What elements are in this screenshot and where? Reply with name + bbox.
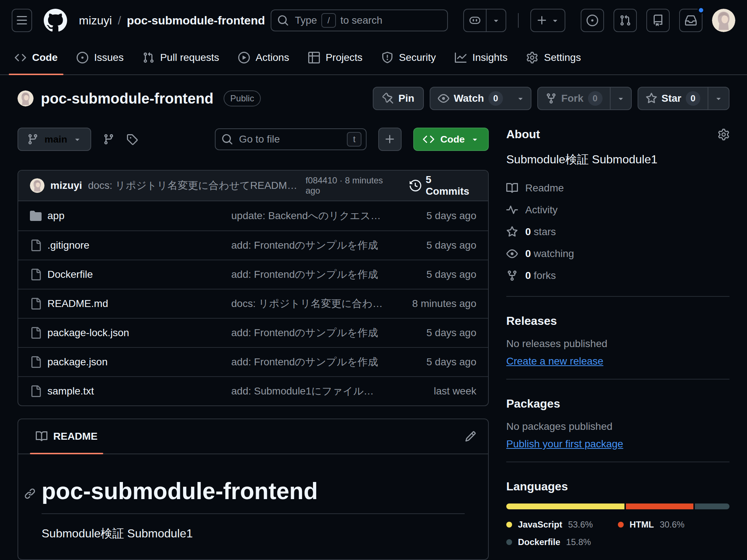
forks-link[interactable]: 0 forks xyxy=(506,267,729,284)
file-row[interactable]: README.md docs: リポジトリ名変更に合わせて… 8 minutes… xyxy=(18,289,488,318)
breadcrumb-user-link[interactable]: mizuyi xyxy=(79,14,112,27)
create-release-link[interactable]: Create a new release xyxy=(506,355,603,367)
anchor-link-icon[interactable] xyxy=(24,488,36,499)
commit-history-link[interactable]: 5 Commits xyxy=(410,174,476,197)
readme-body: poc-submodule-frontend Submodule検証 Submo… xyxy=(18,454,488,559)
language-bar-segment-javascript xyxy=(506,503,624,509)
file-name-link[interactable]: package-lock.json xyxy=(47,327,225,339)
file-row[interactable]: sample.txt add: Submodule1にファイルを追加 last … xyxy=(18,376,488,405)
pencil-icon xyxy=(465,431,476,442)
star-button[interactable]: Star 0 xyxy=(638,88,708,109)
copilot-menu-caret[interactable] xyxy=(486,9,506,31)
file-name-link[interactable]: README.md xyxy=(47,298,225,310)
tags-link[interactable] xyxy=(126,133,138,145)
branches-link[interactable] xyxy=(103,133,115,145)
file-commit-message-link[interactable]: add: Submodule1にファイルを追加 xyxy=(231,384,383,398)
header-divider xyxy=(518,13,519,28)
git-pull-request-icon xyxy=(143,52,154,63)
file-row[interactable]: package.json add: Frontendのサンプルを作成 5 day… xyxy=(18,347,488,376)
file-row[interactable]: Dockerfile add: Frontendのサンプルを作成 5 days … xyxy=(18,260,488,289)
create-new-button[interactable] xyxy=(530,9,565,32)
hamburger-menu-button[interactable] xyxy=(12,9,32,32)
file-commit-date: 5 days ago xyxy=(389,240,476,251)
file-commit-message-link[interactable]: add: Frontendのサンプルを作成 xyxy=(231,238,383,252)
file-commit-message-link[interactable]: docs: リポジトリ名変更に合わせて… xyxy=(231,297,383,311)
pin-icon xyxy=(382,93,394,104)
edit-repo-details-button[interactable] xyxy=(718,129,729,140)
tab-actions[interactable]: Actions xyxy=(232,41,295,74)
slash-key-hint: / xyxy=(321,13,336,28)
go-to-file-input[interactable]: Go to file t xyxy=(215,128,367,150)
file-icon xyxy=(30,385,42,397)
tab-settings[interactable]: Settings xyxy=(520,41,587,74)
language-item-html[interactable]: HTML 30.6% xyxy=(618,520,729,530)
file-name-link[interactable]: .gitignore xyxy=(47,240,225,251)
file-row[interactable]: .gitignore add: Frontendのサンプルを作成 5 days … xyxy=(18,230,488,260)
file-commit-message-link[interactable]: update: Backendへのリクエストの… xyxy=(231,209,383,223)
language-item-dockerfile[interactable]: Dockerfile 15.8% xyxy=(506,537,618,547)
chevron-down-icon xyxy=(551,16,560,25)
issues-global-button[interactable] xyxy=(581,9,604,32)
breadcrumb-repo-link[interactable]: poc-submodule-frontend xyxy=(127,14,265,27)
fork-button[interactable]: Fork 0 xyxy=(538,88,610,109)
commit-author-avatar[interactable] xyxy=(30,178,44,193)
readme-link[interactable]: Readme xyxy=(506,179,729,197)
add-file-button[interactable] xyxy=(378,128,402,151)
file-name-link[interactable]: Dockerfile xyxy=(47,269,225,280)
languages-section: Languages JavaScript 53.6% HTML 30.6% xyxy=(506,462,729,547)
edit-readme-button[interactable] xyxy=(465,431,476,442)
tab-insights[interactable]: Insights xyxy=(449,41,514,74)
tab-security[interactable]: Security xyxy=(376,41,442,74)
user-avatar[interactable] xyxy=(712,9,735,32)
commit-author-link[interactable]: mizuyi xyxy=(50,180,82,191)
git-branch-icon xyxy=(103,133,115,145)
create-new-segment[interactable] xyxy=(531,9,565,31)
publish-package-link[interactable]: Publish your first package xyxy=(506,438,623,450)
file-row[interactable]: app update: Backendへのリクエストの… 5 days ago xyxy=(18,201,488,230)
tab-issues[interactable]: Issues xyxy=(71,41,129,74)
global-search-input[interactable]: Type / to search xyxy=(271,9,448,31)
book-icon xyxy=(506,182,518,194)
file-name-link[interactable]: package.json xyxy=(47,356,225,368)
commit-message-link[interactable]: docs: リポジトリ名変更に合わせてREADME… xyxy=(88,179,299,192)
tab-projects[interactable]: Projects xyxy=(302,41,368,74)
repositories-global-button[interactable] xyxy=(646,9,670,32)
file-row[interactable]: package-lock.json add: Frontendのサンプルを作成 … xyxy=(18,318,488,347)
language-item-javascript[interactable]: JavaScript 53.6% xyxy=(506,520,618,530)
fork-caret[interactable] xyxy=(610,88,631,109)
notifications-button[interactable] xyxy=(679,9,703,32)
tab-pull-requests[interactable]: Pull requests xyxy=(137,41,225,74)
stars-link[interactable]: 0 stars xyxy=(506,223,729,241)
watching-link[interactable]: 0 watching xyxy=(506,245,729,262)
watch-button[interactable]: Watch 0 xyxy=(430,88,510,109)
file-commit-message-link[interactable]: add: Frontendのサンプルを作成 xyxy=(231,326,383,340)
chevron-down-icon xyxy=(492,16,500,25)
star-caret[interactable] xyxy=(708,88,729,109)
file-name-link[interactable]: sample.txt xyxy=(47,385,225,397)
chevron-down-icon xyxy=(516,94,525,103)
code-dropdown-button[interactable]: Code xyxy=(413,128,489,151)
tab-code[interactable]: Code xyxy=(9,41,63,74)
copilot-button[interactable] xyxy=(464,9,486,31)
activity-link[interactable]: Activity xyxy=(506,201,729,219)
issue-opened-icon xyxy=(587,15,598,26)
watch-caret[interactable] xyxy=(510,88,531,109)
header-icon-group xyxy=(581,9,735,32)
file-commit-message-link[interactable]: add: Frontendのサンプルを作成 xyxy=(231,268,383,281)
file-icon xyxy=(30,327,42,339)
github-logo[interactable] xyxy=(44,9,67,32)
commit-sha-time[interactable]: f084410 · 8 minutes ago xyxy=(306,175,398,196)
releases-title: Releases xyxy=(506,314,729,328)
fork-button-group: Fork 0 xyxy=(537,87,632,110)
file-commit-message-link[interactable]: add: Frontendのサンプルを作成 xyxy=(231,355,383,369)
readme-tab[interactable]: README xyxy=(30,419,103,454)
branch-selector[interactable]: main xyxy=(18,128,91,151)
releases-section: Releases No releases published Create a … xyxy=(506,296,729,367)
file-name-link[interactable]: app xyxy=(47,210,225,222)
pin-button[interactable]: Pin xyxy=(373,87,424,110)
book-icon xyxy=(36,431,47,442)
pull-requests-global-button[interactable] xyxy=(614,9,637,32)
repo-owner-avatar[interactable] xyxy=(18,90,34,106)
repo-name-heading[interactable]: poc-submodule-frontend xyxy=(41,90,213,107)
git-branch-icon xyxy=(27,133,39,145)
